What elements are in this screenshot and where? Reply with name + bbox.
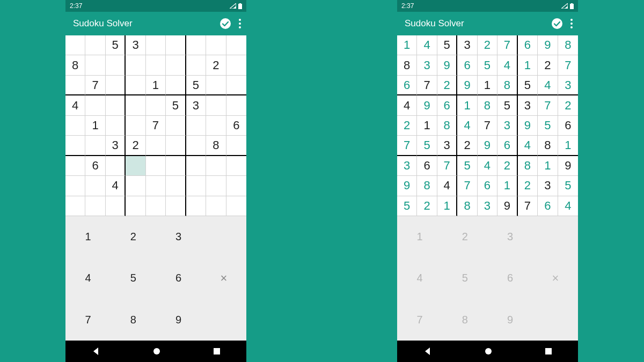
sudoku-cell[interactable] [85, 176, 105, 196]
keypad-key-5[interactable]: 5 [111, 257, 156, 299]
sudoku-cell[interactable] [186, 116, 206, 136]
sudoku-cell[interactable]: 4 [397, 95, 417, 115]
sudoku-cell[interactable]: 6 [478, 176, 497, 196]
sudoku-cell[interactable]: 4 [417, 35, 437, 55]
sudoku-cell[interactable] [146, 95, 166, 115]
sudoku-cell[interactable]: 7 [85, 76, 105, 95]
sudoku-cell[interactable]: 6 [457, 55, 477, 75]
sudoku-cell[interactable]: 7 [417, 76, 437, 95]
sudoku-cell[interactable] [166, 116, 186, 136]
sudoku-cell[interactable] [206, 156, 226, 176]
sudoku-cell[interactable] [65, 156, 85, 176]
sudoku-cell[interactable]: 6 [437, 95, 457, 115]
sudoku-cell[interactable]: 7 [457, 176, 477, 196]
sudoku-cell[interactable] [146, 156, 166, 176]
sudoku-cell[interactable] [186, 196, 206, 216]
sudoku-cell[interactable] [206, 95, 226, 115]
sudoku-cell[interactable] [226, 35, 246, 55]
nav-recent-icon[interactable] [213, 348, 221, 355]
sudoku-cell[interactable]: 4 [497, 55, 517, 75]
sudoku-cell[interactable] [166, 55, 186, 75]
sudoku-cell[interactable] [226, 156, 246, 176]
sudoku-cell[interactable]: 1 [497, 176, 517, 196]
sudoku-cell[interactable]: 4 [538, 76, 558, 95]
keypad-key-8[interactable]: 8 [111, 299, 156, 341]
sudoku-cell[interactable]: 3 [106, 136, 126, 156]
sudoku-cell[interactable] [206, 116, 226, 136]
sudoku-cell[interactable]: 5 [558, 176, 578, 196]
keypad-key-5[interactable]: 5 [442, 257, 487, 299]
sudoku-cell[interactable] [126, 196, 145, 216]
more-icon[interactable] [570, 19, 573, 28]
sudoku-cell[interactable]: 5 [538, 116, 558, 136]
sudoku-cell[interactable]: 7 [397, 136, 417, 156]
sudoku-cell[interactable]: 1 [457, 95, 477, 115]
sudoku-cell[interactable]: 2 [538, 55, 558, 75]
keypad-key-2[interactable]: 2 [111, 216, 156, 257]
sudoku-cell[interactable]: 2 [518, 176, 538, 196]
keypad-key-4[interactable]: 4 [65, 257, 111, 299]
sudoku-cell[interactable]: 5 [397, 196, 417, 216]
sudoku-cell[interactable]: 8 [65, 55, 85, 75]
sudoku-cell[interactable] [186, 35, 206, 55]
sudoku-cell[interactable] [85, 136, 105, 156]
sudoku-cell[interactable]: 9 [478, 136, 497, 156]
keypad-clear[interactable]: × [201, 257, 246, 299]
sudoku-cell[interactable] [126, 116, 145, 136]
sudoku-cell[interactable]: 2 [397, 116, 417, 136]
sudoku-cell[interactable]: 9 [417, 95, 437, 115]
sudoku-cell[interactable]: 5 [417, 136, 437, 156]
sudoku-cell[interactable] [126, 176, 145, 196]
sudoku-cell[interactable] [85, 55, 105, 75]
sudoku-cell[interactable] [106, 76, 126, 95]
keypad-key-6[interactable]: 6 [156, 257, 201, 299]
sudoku-cell[interactable]: 2 [206, 55, 226, 75]
sudoku-cell[interactable]: 6 [518, 35, 538, 55]
sudoku-cell[interactable]: 5 [166, 95, 186, 115]
sudoku-cell[interactable] [226, 196, 246, 216]
sudoku-cell[interactable] [206, 176, 226, 196]
sudoku-cell[interactable]: 3 [518, 95, 538, 115]
nav-back-icon[interactable] [423, 347, 432, 356]
keypad-key-1[interactable]: 1 [65, 216, 111, 257]
keypad-key-7[interactable]: 7 [65, 299, 111, 341]
sudoku-cell[interactable]: 4 [457, 116, 477, 136]
sudoku-cell[interactable]: 4 [518, 136, 538, 156]
sudoku-cell[interactable]: 9 [397, 176, 417, 196]
sudoku-cell[interactable]: 1 [437, 196, 457, 216]
sudoku-cell[interactable] [65, 176, 85, 196]
sudoku-cell[interactable]: 1 [397, 35, 417, 55]
sudoku-cell[interactable]: 4 [478, 156, 497, 176]
sudoku-cell[interactable] [65, 136, 85, 156]
sudoku-cell[interactable]: 6 [538, 196, 558, 216]
sudoku-cell[interactable] [226, 76, 246, 95]
sudoku-cell[interactable] [166, 136, 186, 156]
sudoku-cell[interactable]: 5 [518, 76, 538, 95]
sudoku-cell[interactable] [166, 76, 186, 95]
sudoku-cell[interactable]: 5 [437, 35, 457, 55]
sudoku-cell[interactable]: 6 [226, 116, 246, 136]
keypad-key-8[interactable]: 8 [442, 299, 487, 341]
sudoku-cell[interactable]: 5 [457, 156, 477, 176]
sudoku-cell[interactable]: 9 [558, 156, 578, 176]
sudoku-cell[interactable]: 8 [518, 156, 538, 176]
sudoku-cell[interactable]: 8 [538, 136, 558, 156]
sudoku-cell[interactable] [85, 95, 105, 115]
sudoku-cell[interactable]: 7 [558, 55, 578, 75]
sudoku-cell[interactable] [85, 196, 105, 216]
sudoku-cell[interactable] [126, 55, 145, 75]
sudoku-cell[interactable] [146, 35, 166, 55]
sudoku-cell[interactable]: 8 [206, 136, 226, 156]
sudoku-cell[interactable] [85, 35, 105, 55]
sudoku-cell[interactable]: 5 [106, 35, 126, 55]
sudoku-cell[interactable]: 3 [497, 116, 517, 136]
sudoku-cell[interactable]: 9 [497, 196, 517, 216]
sudoku-cell[interactable] [226, 136, 246, 156]
sudoku-cell[interactable]: 2 [437, 76, 457, 95]
sudoku-cell[interactable] [146, 196, 166, 216]
sudoku-cell[interactable]: 1 [146, 76, 166, 95]
sudoku-cell[interactable]: 9 [437, 55, 457, 75]
sudoku-cell[interactable] [106, 156, 126, 176]
solve-button[interactable] [551, 18, 563, 29]
sudoku-cell[interactable]: 4 [106, 176, 126, 196]
